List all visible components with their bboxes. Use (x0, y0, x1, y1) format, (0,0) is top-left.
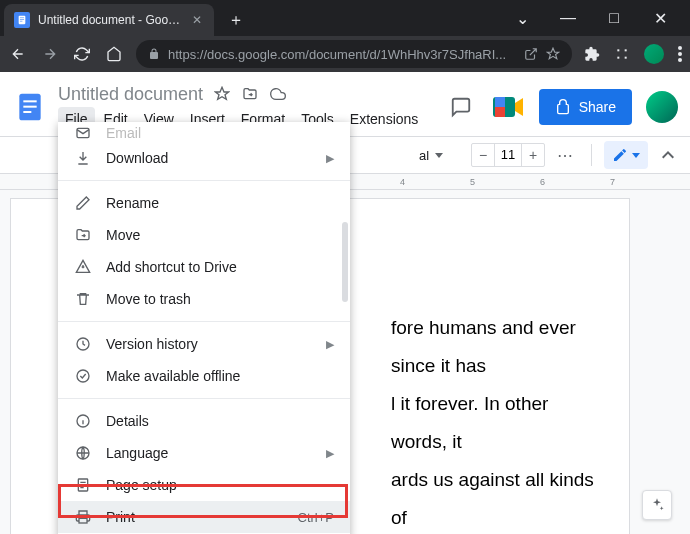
svg-rect-3 (20, 21, 23, 22)
svg-rect-13 (23, 106, 36, 108)
menu-item-language[interactable]: Language ▶ (58, 437, 350, 469)
file-menu-dropdown: Email Download ▶ Rename Move Add shortcu… (58, 122, 350, 534)
url-text: https://docs.google.com/document/d/1WhHh… (168, 47, 516, 62)
menu-item-page-setup[interactable]: Page setup (58, 469, 350, 501)
move-icon (74, 226, 92, 244)
font-size-value[interactable]: 11 (494, 144, 522, 166)
menu-item-move[interactable]: Move (58, 219, 350, 251)
menu-item-details[interactable]: Details (58, 405, 350, 437)
separator (591, 144, 592, 166)
body-line: ards us against all kinds of (391, 461, 599, 534)
browser-tab[interactable]: Untitled document - Google Doc ✕ (4, 4, 214, 36)
svg-point-10 (678, 58, 682, 62)
svg-rect-12 (23, 100, 36, 102)
maximize-button[interactable]: □ (600, 9, 628, 28)
svg-rect-14 (23, 111, 31, 113)
svg-rect-17 (495, 107, 505, 117)
comments-icon[interactable] (443, 89, 479, 125)
menu-item-download[interactable]: Download ▶ (58, 142, 350, 174)
svg-rect-16 (495, 97, 505, 107)
chevron-down-icon[interactable]: ⌄ (508, 9, 536, 28)
submenu-arrow-icon: ▶ (326, 447, 334, 460)
email-icon (74, 124, 92, 142)
svg-point-20 (77, 370, 89, 382)
browser-toolbar: https://docs.google.com/document/d/1WhHh… (0, 36, 690, 72)
meet-button[interactable] (493, 95, 525, 119)
download-icon (74, 149, 92, 167)
document-title[interactable]: Untitled document (58, 84, 203, 105)
home-button[interactable] (104, 44, 124, 64)
reload-button[interactable] (72, 44, 92, 64)
details-icon (74, 412, 92, 430)
editing-mode-button[interactable] (604, 141, 648, 169)
more-toolbar-icon[interactable]: ⋯ (551, 146, 579, 165)
menu-item-add-shortcut[interactable]: Add shortcut to Drive (58, 251, 350, 283)
svg-rect-4 (617, 49, 619, 51)
cloud-status-icon[interactable] (269, 85, 287, 103)
share-label: Share (579, 99, 616, 115)
submenu-arrow-icon: ▶ (326, 152, 334, 165)
star-icon[interactable] (213, 85, 231, 103)
extension-badge[interactable] (644, 44, 664, 64)
menu-item-version-history[interactable]: Version history ▶ (58, 328, 350, 360)
paragraph-style-dropdown[interactable]: al (415, 143, 465, 167)
lock-icon (148, 48, 160, 60)
menu-item-print[interactable]: Print Ctrl+P (58, 501, 350, 533)
close-window-button[interactable]: ✕ (646, 9, 674, 28)
address-bar[interactable]: https://docs.google.com/document/d/1WhHh… (136, 40, 572, 68)
menu-item-email[interactable]: Email (58, 124, 350, 142)
offline-icon (74, 367, 92, 385)
collapse-toolbar-icon[interactable] (662, 151, 674, 159)
share-url-icon[interactable] (524, 47, 538, 61)
back-button[interactable] (8, 44, 28, 64)
svg-rect-0 (19, 16, 26, 24)
trash-icon (74, 290, 92, 308)
menu-separator (58, 180, 350, 181)
docs-favicon (14, 12, 30, 28)
browser-titlebar: Untitled document - Google Doc ✕ ＋ ⌄ — □… (0, 0, 690, 36)
new-tab-button[interactable]: ＋ (222, 6, 250, 34)
explore-button[interactable] (642, 490, 672, 520)
extensions-icon[interactable] (584, 46, 600, 62)
browser-menu-icon[interactable] (678, 46, 682, 62)
add-shortcut-icon (74, 258, 92, 276)
docs-logo[interactable] (12, 89, 48, 125)
menu-item-offline[interactable]: Make available offline (58, 360, 350, 392)
bookmark-icon[interactable] (546, 47, 560, 61)
overflow-icon[interactable] (614, 46, 630, 62)
shortcut-text: Ctrl+P (298, 510, 334, 525)
body-line: l it forever. In other words, it (391, 385, 599, 461)
menu-item-trash[interactable]: Move to trash (58, 283, 350, 315)
menu-scrollbar[interactable] (342, 222, 348, 302)
menu-extensions[interactable]: Extensions (343, 107, 425, 131)
language-icon (74, 444, 92, 462)
print-icon (74, 508, 92, 526)
svg-point-8 (678, 46, 682, 50)
move-to-folder-icon[interactable] (241, 85, 259, 103)
share-button[interactable]: Share (539, 89, 632, 125)
font-size-group: − 11 + (471, 143, 545, 167)
svg-rect-24 (79, 518, 87, 523)
forward-button[interactable] (40, 44, 60, 64)
svg-rect-1 (20, 18, 24, 19)
font-size-decrease[interactable]: − (472, 147, 494, 163)
window-controls: ⌄ — □ ✕ (508, 9, 686, 28)
minimize-button[interactable]: — (554, 9, 582, 28)
history-icon (74, 335, 92, 353)
menu-separator (58, 321, 350, 322)
rename-icon (74, 194, 92, 212)
menu-separator (58, 398, 350, 399)
body-line: fore humans and ever since it has (391, 309, 599, 385)
submenu-arrow-icon: ▶ (326, 338, 334, 351)
tab-title: Untitled document - Google Doc (38, 13, 182, 27)
font-size-increase[interactable]: + (522, 147, 544, 163)
page-setup-icon (74, 476, 92, 494)
svg-rect-6 (625, 49, 627, 51)
account-avatar[interactable] (646, 91, 678, 123)
svg-rect-7 (625, 57, 627, 59)
svg-rect-5 (617, 57, 619, 59)
svg-rect-2 (20, 19, 24, 20)
svg-point-9 (678, 52, 682, 56)
menu-item-rename[interactable]: Rename (58, 187, 350, 219)
tab-close-icon[interactable]: ✕ (190, 13, 204, 27)
